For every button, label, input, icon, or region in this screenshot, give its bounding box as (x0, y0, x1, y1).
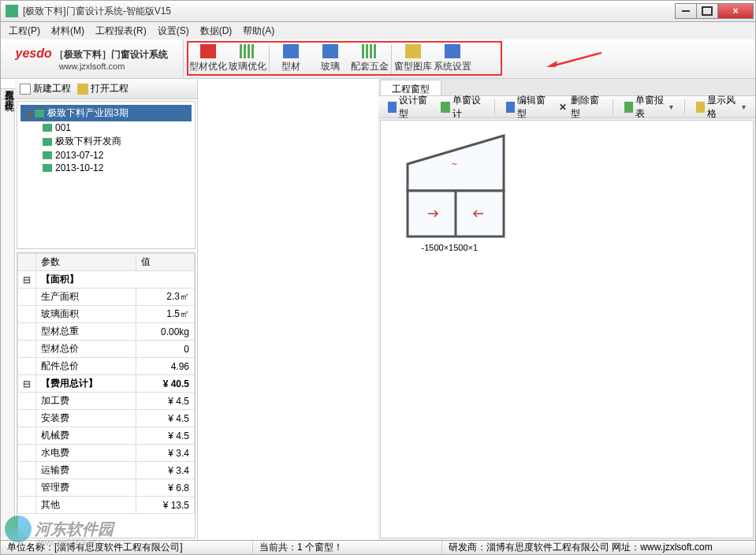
menu-help[interactable]: 帮助(A) (243, 24, 274, 38)
watermark-url: www.pc0359.cn (36, 538, 97, 547)
delete-window-button[interactable]: ✕删除窗型 (556, 92, 605, 122)
collapse-icon[interactable]: ◢ (24, 108, 32, 119)
tree-item[interactable]: 2013-10-12 (20, 162, 192, 174)
profile-icon (283, 44, 299, 58)
toolbar-sep (269, 45, 270, 73)
edit-window-button[interactable]: 编辑窗型 (503, 92, 552, 122)
open-project-button[interactable]: 打开工程 (77, 82, 128, 95)
watermark-text: 河东软件园 (35, 519, 114, 540)
tree-item[interactable]: 2013-07-12 (20, 149, 192, 162)
edit-icon (506, 102, 515, 113)
project-icon (35, 110, 44, 117)
settings-icon (445, 44, 460, 58)
tree-root[interactable]: ◢极致下料产业园3期 (20, 105, 192, 121)
menu-project[interactable]: 工程(P) (9, 24, 40, 38)
tilde-mark: ~ (452, 158, 457, 169)
delete-icon: ✕ (559, 102, 568, 113)
action-sep (494, 99, 495, 115)
watermark: 河东软件园 www.pc0359.cn (5, 516, 114, 542)
menu-settings[interactable]: 设置(S) (158, 24, 189, 38)
project-tree[interactable]: ◢极致下料产业园3期 001 极致下料开发商 2013-07-12 2013-1… (17, 101, 196, 249)
left-vertical-tabs: 工程信息 工程统计 (1, 79, 15, 540)
report-icon (624, 102, 633, 113)
logo-brand-text: ［极致下料］门窗设计系统 (54, 49, 168, 60)
single-report-button[interactable]: 单窗报表 (621, 92, 677, 122)
params-header-param: 参数 (36, 254, 136, 271)
close-button[interactable]: × (717, 3, 754, 19)
window-dimensions-label: -1500×1500×1 (422, 243, 479, 252)
action-sep (613, 99, 613, 115)
logo: yesdo ［极致下料］门窗设计系统 www.jzxlsoft.com (1, 39, 184, 78)
profile-optimize-icon (200, 44, 216, 58)
params-header-value: 值 (136, 254, 195, 271)
titlebar: [极致下料]门窗设计系统-智能版V15 × (0, 0, 756, 22)
glass-optimize-button[interactable]: 玻璃优化 (228, 41, 267, 77)
annotation-arrow (546, 51, 601, 67)
tree-item[interactable]: 001 (20, 121, 192, 134)
design-canvas[interactable]: ~ -1500×1500×1 (380, 120, 754, 538)
header-row: yesdo ［极致下料］门窗设计系统 www.jzxlsoft.com 型材优化… (1, 39, 755, 79)
system-settings-button[interactable]: 系统设置 (433, 41, 472, 77)
glass-button[interactable]: 玻璃 (311, 41, 350, 77)
style-icon (696, 102, 705, 113)
item-icon (43, 164, 52, 172)
status-count: 当前共：1 个窗型！ (253, 541, 442, 554)
window-library-button[interactable]: 窗型图库 (393, 41, 433, 77)
toolbar-sep (391, 45, 392, 73)
hardware-icon (362, 44, 378, 58)
window-library-icon (405, 44, 421, 58)
item-icon (43, 138, 52, 146)
window-shape[interactable]: ~ (404, 132, 507, 243)
svg-line-0 (554, 53, 601, 65)
new-icon (20, 84, 31, 95)
single-icon (441, 102, 449, 113)
new-project-button[interactable]: 新建工程 (20, 82, 71, 95)
right-actions: 设计窗型 单窗设计 编辑窗型 ✕删除窗型 单窗报表 显示风格 (378, 96, 756, 118)
design-icon (388, 102, 397, 113)
folder-icon (77, 84, 88, 95)
status-developer: 研发商：淄博有思度软件工程有限公司 网址：www.jzxlsoft.com (442, 541, 755, 554)
item-icon (43, 124, 52, 132)
status-bar: 单位名称：[淄博有思度软件工程有限公司] 当前共：1 个窗型！ 研发商：淄博有思… (0, 541, 756, 555)
item-icon (43, 151, 52, 159)
profile-button[interactable]: 型材 (271, 41, 311, 77)
glass-optimize-icon (240, 44, 255, 58)
params-table: 参数值 ⊟【面积】 生产面积2.3㎡ 玻璃面积1.5㎡ 型材总重0.00kg 型… (17, 252, 196, 538)
collapse-icon[interactable]: ⊟ (18, 271, 36, 289)
single-window-button[interactable]: 单窗设计 (438, 92, 486, 122)
minimize-button[interactable] (675, 3, 697, 19)
logo-url: www.jzxlsoft.com (59, 61, 125, 71)
project-toolbar: 新建工程 打开工程 (15, 79, 197, 99)
menubar: 工程(P) 材料(M) 工程报表(R) 设置(S) 数据(D) 帮助(A) (0, 22, 756, 39)
design-window-button[interactable]: 设计窗型 (385, 92, 434, 122)
tree-item[interactable]: 极致下料开发商 (20, 134, 192, 149)
collapse-icon[interactable]: ⊟ (18, 375, 36, 393)
menu-report[interactable]: 工程报表(R) (95, 24, 147, 38)
menu-data[interactable]: 数据(D) (200, 24, 233, 38)
window-buttons: × (676, 3, 754, 19)
maximize-button[interactable] (696, 3, 718, 19)
profile-optimize-button[interactable]: 型材优化 (188, 41, 228, 77)
svg-marker-1 (546, 61, 557, 67)
watermark-icon (5, 516, 32, 542)
action-sep (684, 99, 685, 115)
hardware-button[interactable]: 配套五金 (350, 41, 389, 77)
app-icon (6, 5, 18, 17)
logo-brand-prefix: yesdo (16, 47, 52, 60)
display-style-button[interactable]: 显示风格 (693, 92, 749, 122)
glass-icon (322, 44, 338, 58)
main-toolbar: 型材优化 玻璃优化 型材 玻璃 配套五金 窗型图库 系统设置 (184, 39, 755, 78)
window-title: [极致下料]门窗设计系统-智能版V15 (23, 5, 676, 18)
menu-material[interactable]: 材料(M) (51, 24, 84, 38)
